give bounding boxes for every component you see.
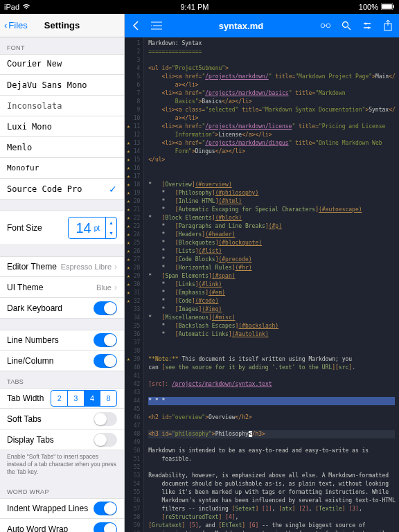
share-icon[interactable] (382, 20, 393, 31)
tab-width-row: Tab Width 2 3 4 8 (0, 388, 124, 409)
check-icon: ✓ (109, 184, 117, 195)
search-icon[interactable] (341, 20, 352, 31)
battery-label: 100% (359, 3, 378, 11)
switch[interactable] (94, 522, 117, 532)
soft-tabs-row: Soft Tabs (0, 409, 124, 429)
svg-rect-2 (393, 6, 394, 8)
font-option[interactable]: Menlo (0, 137, 124, 158)
device-label: iPad (4, 3, 19, 11)
back-button[interactable]: ‹ Files (4, 20, 28, 30)
tab-width-segment[interactable]: 2 3 4 8 (51, 390, 117, 407)
battery-icon (381, 3, 395, 11)
section-header-font: FONT (0, 37, 124, 54)
chevron-right-icon: › (114, 262, 117, 272)
font-option[interactable]: Luxi Mono (0, 116, 124, 137)
file-title: syntax.md (162, 21, 320, 31)
svg-point-6 (365, 23, 367, 25)
ui-theme-row[interactable]: UI ThemeBlue› (0, 277, 124, 298)
auto-wrap-row: Auto Word Wrap (0, 519, 124, 532)
line-numbers-row: Line Numbers (0, 330, 124, 351)
down-arrow-icon[interactable]: ▼ (106, 228, 116, 238)
code-content[interactable]: Markdown: Syntax================ <ul id=… (144, 37, 399, 532)
chevron-right-icon: › (114, 283, 117, 292)
switch[interactable] (94, 433, 117, 447)
dark-keyboard-row: Dark Keyboard (0, 298, 124, 319)
status-bar: iPad 9:41 PM 100% (0, 0, 399, 14)
outline-icon[interactable] (151, 20, 162, 31)
switch[interactable] (94, 301, 117, 315)
up-arrow-icon[interactable]: ▲ (106, 218, 116, 228)
chevron-left-icon: ‹ (4, 20, 7, 30)
fontsize-stepper[interactable]: 14 pt ▲▼ (68, 217, 117, 239)
glasses-icon[interactable] (320, 20, 331, 31)
font-option[interactable]: Monofur (0, 158, 124, 179)
chevron-left-icon[interactable] (130, 20, 141, 31)
switch[interactable] (94, 502, 117, 515)
fontsize-label: Font Size (7, 223, 42, 233)
switch[interactable] (94, 412, 117, 426)
editor-toolbar: syntax.md (125, 14, 399, 37)
nav-bar: ‹ Files Settings (0, 14, 124, 37)
tabs-note: Enable "Soft Tabs" to insert spaces inst… (0, 450, 124, 481)
svg-point-5 (343, 22, 348, 28)
svg-rect-1 (382, 4, 392, 9)
section-header-tabs: TABS (0, 371, 124, 388)
svg-point-7 (368, 27, 370, 29)
svg-point-3 (321, 24, 325, 28)
tools-icon[interactable] (362, 20, 373, 31)
font-option[interactable]: Source Code Pro✓ (0, 179, 124, 200)
display-tabs-row: Display Tabs (0, 429, 124, 450)
time-label: 9:41 PM (180, 3, 209, 11)
font-option[interactable]: Courier New (0, 54, 124, 75)
line-column-row: Line/Column (0, 351, 124, 371)
editor-pane: syntax.md 12345678910★ 1112★ 13★ 14★ 15★… (125, 14, 399, 532)
line-gutter: 12345678910★ 1112★ 13★ 14★ 15★ 16★ 17★ 1… (125, 37, 144, 532)
editor-theme-row[interactable]: Editor ThemeEspresso Libre› (0, 256, 124, 277)
font-option[interactable]: Inconsolata (0, 96, 124, 116)
svg-point-4 (326, 24, 330, 28)
font-option[interactable]: DejaVu Sans Mono (0, 75, 124, 96)
settings-pane: ‹ Files Settings FONT Courier New DejaVu… (0, 14, 125, 532)
back-label: Files (8, 20, 27, 30)
section-header-wrap: WORD WRAP (0, 481, 124, 498)
switch[interactable] (94, 333, 117, 347)
indent-wrapped-row: Indent Wrapped Lines (0, 498, 124, 519)
switch[interactable] (94, 354, 117, 368)
code-editor[interactable]: 12345678910★ 1112★ 13★ 14★ 15★ 16★ 17★ 1… (125, 37, 399, 532)
wifi-icon (22, 3, 30, 11)
